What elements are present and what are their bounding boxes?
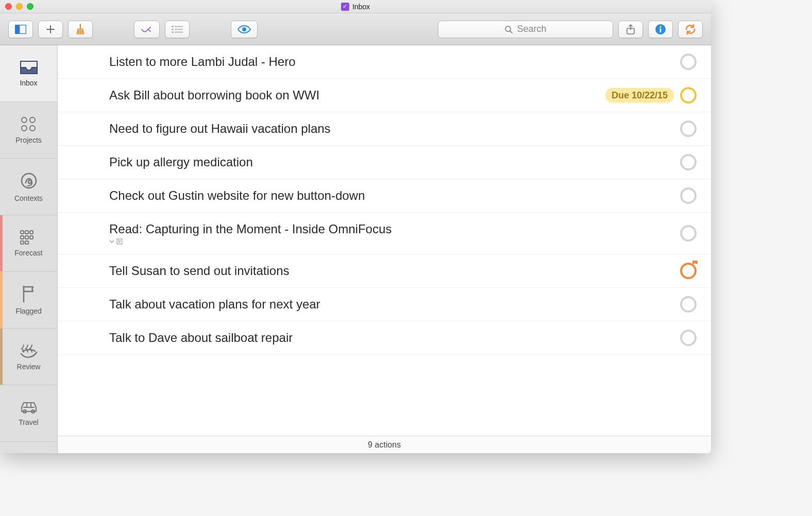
- task-title: Pick up allergy medication: [109, 155, 696, 169]
- svg-rect-2: [172, 26, 174, 27]
- task-title: Tell Susan to send out invitations: [109, 264, 696, 278]
- svg-rect-4: [172, 28, 174, 30]
- sidebar-item-label: Forecast: [14, 249, 42, 257]
- task-title: Talk about vacation plans for next year: [109, 297, 696, 312]
- status-summary: 9 actions: [368, 440, 401, 450]
- search-icon: [504, 25, 513, 33]
- sidebar-item-travel[interactable]: Travel: [0, 385, 57, 442]
- close-window-button[interactable]: [5, 3, 12, 10]
- svg-point-16: [22, 126, 27, 131]
- svg-point-12: [659, 26, 661, 27]
- sync-button[interactable]: [678, 21, 703, 38]
- task-row[interactable]: Listen to more Lambi Judal - Hero: [58, 45, 711, 79]
- sidebar-item-inbox[interactable]: Inbox: [0, 45, 57, 102]
- window-title-group: ✓ Inbox: [341, 3, 370, 11]
- task-row[interactable]: Talk about vacation plans for next year: [58, 288, 711, 321]
- svg-point-17: [30, 126, 35, 131]
- cleanup-button[interactable]: [68, 21, 93, 38]
- minimize-window-button[interactable]: [16, 3, 23, 10]
- list-view-button[interactable]: [165, 21, 190, 38]
- toggle-sidebar-button[interactable]: [8, 21, 33, 38]
- task-status-circle[interactable]: [680, 87, 697, 104]
- flag-icon: [21, 285, 37, 303]
- arrow-right-icon: [141, 25, 153, 33]
- app-icon: ✓: [341, 3, 349, 11]
- task-row[interactable]: Need to figure out Hawaii vacation plans: [58, 112, 711, 146]
- sidebar-item-label: Inbox: [20, 79, 37, 87]
- zoom-window-button[interactable]: [27, 3, 33, 10]
- view-options-button[interactable]: [231, 21, 258, 38]
- quick-open-button[interactable]: [134, 21, 160, 38]
- share-icon: [627, 24, 635, 35]
- main-pane: Listen to more Lambi Judal - Hero Ask Bi…: [58, 45, 711, 453]
- task-list: Listen to more Lambi Judal - Hero Ask Bi…: [58, 45, 711, 436]
- add-task-button[interactable]: [38, 21, 63, 38]
- svg-point-15: [30, 117, 35, 123]
- task-status-circle[interactable]: [680, 296, 697, 313]
- svg-rect-13: [660, 28, 662, 32]
- task-status-circle[interactable]: [680, 225, 697, 242]
- svg-rect-23: [25, 236, 28, 239]
- task-row[interactable]: Pick up allergy medication: [58, 146, 711, 179]
- toolbar: Search: [0, 13, 711, 45]
- accent-band: [0, 272, 3, 328]
- broom-icon: [75, 24, 86, 35]
- svg-rect-5: [175, 28, 183, 30]
- task-row[interactable]: Ask Bill about borrowing book on WWI Due…: [58, 79, 711, 112]
- title-bar: ✓ Inbox: [0, 0, 711, 13]
- window-controls: [5, 3, 33, 10]
- svg-rect-20: [25, 231, 28, 234]
- share-button[interactable]: [618, 21, 643, 38]
- svg-point-8: [242, 27, 246, 31]
- sidebar-item-contexts[interactable]: Contexts: [0, 159, 57, 215]
- task-status-circle[interactable]: [680, 121, 697, 137]
- svg-rect-6: [172, 31, 174, 33]
- task-title: Talk to Dave about sailboat repair: [109, 331, 696, 345]
- task-row[interactable]: Check out Gustin website for new button-…: [58, 179, 711, 213]
- contexts-icon: [20, 171, 38, 190]
- task-title: Need to figure out Hawaii vacation plans: [109, 122, 696, 136]
- task-status-circle[interactable]: [680, 330, 697, 346]
- task-status-circle[interactable]: [680, 154, 697, 170]
- sidebar-item-projects[interactable]: Projects: [0, 102, 57, 159]
- projects-icon: [20, 116, 38, 132]
- svg-rect-25: [21, 241, 24, 244]
- sync-icon: [685, 24, 696, 35]
- svg-point-14: [22, 117, 27, 123]
- svg-rect-1: [15, 25, 20, 33]
- task-title: Read: Capturing in the Moment - Inside O…: [109, 222, 696, 236]
- perspective-sidebar: Inbox Projects Contexts Forecast: [0, 45, 58, 453]
- forecast-icon: [20, 230, 38, 245]
- chevron-down-icon: [109, 239, 114, 244]
- due-badge: Due 10/22/15: [605, 88, 674, 103]
- eye-icon: [238, 25, 251, 33]
- task-status-circle[interactable]: [680, 263, 697, 279]
- search-placeholder: Search: [517, 24, 546, 35]
- window-title: Inbox: [352, 3, 370, 11]
- task-row[interactable]: Read: Capturing in the Moment - Inside O…: [58, 213, 711, 254]
- sidebar-item-label: Projects: [15, 136, 42, 144]
- list-icon: [172, 26, 183, 33]
- sidebar-item-label: Flagged: [15, 307, 42, 315]
- sidebar-item-label: Review: [17, 363, 41, 371]
- inspector-button[interactable]: [648, 21, 673, 38]
- plus-icon: [46, 25, 55, 34]
- svg-rect-3: [175, 26, 183, 27]
- task-status-circle[interactable]: [680, 54, 697, 70]
- accent-band: [0, 215, 3, 271]
- task-row[interactable]: Talk to Dave about sailboat repair: [58, 321, 711, 355]
- svg-rect-22: [21, 236, 24, 239]
- note-indicator[interactable]: [109, 238, 696, 245]
- content-area: Inbox Projects Contexts Forecast: [0, 45, 711, 453]
- svg-rect-24: [30, 236, 33, 239]
- task-title: Listen to more Lambi Judal - Hero: [109, 55, 696, 69]
- svg-rect-19: [21, 231, 24, 234]
- sidebar-item-label: Travel: [19, 418, 38, 426]
- search-field[interactable]: Search: [438, 21, 613, 38]
- info-icon: [655, 24, 666, 35]
- task-status-circle[interactable]: [680, 187, 697, 204]
- task-row[interactable]: Tell Susan to send out invitations: [58, 254, 711, 288]
- sidebar-item-forecast[interactable]: Forecast: [0, 215, 57, 272]
- sidebar-item-review[interactable]: Review: [0, 329, 57, 385]
- sidebar-item-flagged[interactable]: Flagged: [0, 272, 57, 329]
